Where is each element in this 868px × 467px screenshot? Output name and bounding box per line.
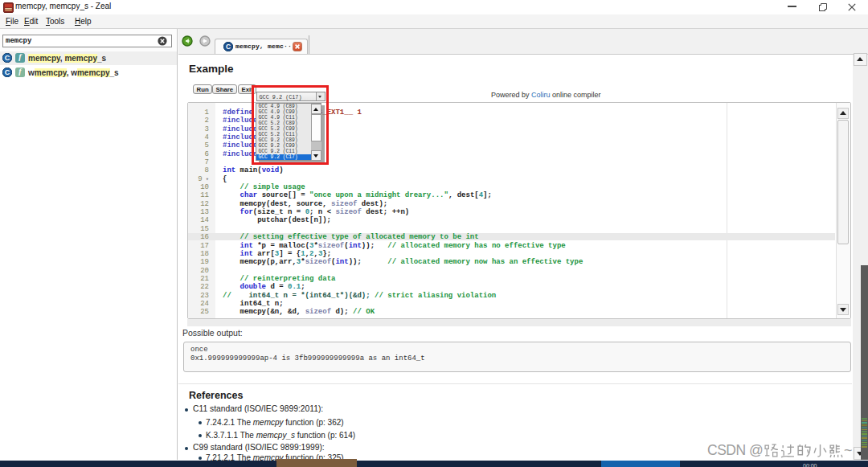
svg-text:C: C: [5, 54, 10, 62]
svg-text:C: C: [226, 43, 231, 51]
svg-text:C: C: [5, 68, 10, 76]
